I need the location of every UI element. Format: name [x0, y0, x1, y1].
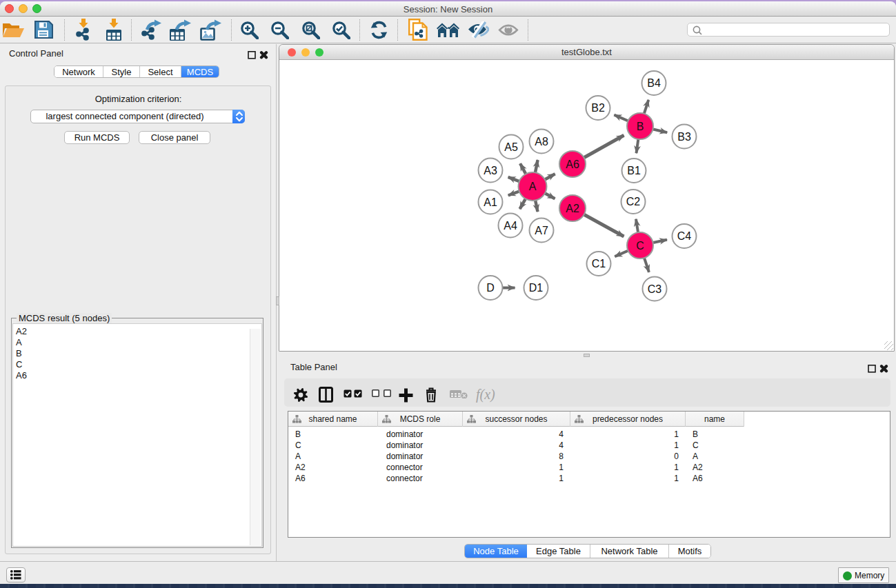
- svg-text:A3: A3: [484, 165, 497, 176]
- svg-text:C2: C2: [626, 196, 641, 207]
- svg-text:A4: A4: [504, 220, 517, 232]
- svg-text:A5: A5: [504, 141, 518, 153]
- svg-text:f(x): f(x): [476, 387, 495, 403]
- svg-text:B1: B1: [627, 165, 641, 176]
- svg-text:B: B: [637, 121, 644, 132]
- svg-text:A6: A6: [566, 159, 579, 170]
- svg-text:A1: A1: [484, 196, 497, 208]
- svg-text:D: D: [486, 282, 495, 294]
- svg-text:C1: C1: [592, 258, 606, 270]
- svg-text:D1: D1: [529, 282, 544, 294]
- svg-text:C: C: [636, 240, 644, 252]
- svg-text:A: A: [529, 181, 537, 192]
- svg-text:B3: B3: [677, 131, 691, 143]
- svg-text:C3: C3: [648, 283, 662, 295]
- svg-text:C4: C4: [677, 230, 692, 242]
- svg-text:B4: B4: [647, 77, 661, 89]
- svg-text:B2: B2: [591, 102, 605, 114]
- svg-text:A8: A8: [535, 136, 548, 148]
- svg-text:A7: A7: [535, 225, 548, 236]
- svg-text:A2: A2: [566, 203, 579, 214]
